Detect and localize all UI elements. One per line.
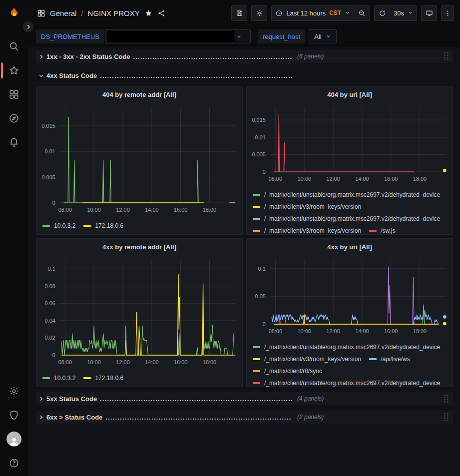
chart-canvas[interactable]: 08:0010:0012:0014:0016:0018:0000.0050.01… [36,101,242,217]
dashboard-row-4xx[interactable]: 4xx Status Code ........................… [36,69,453,82]
sidebar-expand-button[interactable] [22,21,34,32]
breadcrumb-separator: / [81,9,83,17]
svg-text:10:00: 10:00 [297,328,311,334]
svg-text:08:00: 08:00 [58,359,72,365]
favorite-star-button[interactable] [144,9,153,17]
legend-item[interactable]: 172.18.0.6 [83,221,123,231]
series-line [274,315,434,324]
dashboard-row-5xx[interactable]: 5xx Status Code ........................… [36,392,453,405]
svg-text:0.1: 0.1 [48,266,55,272]
panel-404-by-uri: 404 by uri [All] 08:0010:0012:0014:0016:… [246,86,453,235]
dashboard-title[interactable]: NGINX PROXY [88,9,140,17]
app-root: General / NGINX PROXY [0,0,460,476]
variable-value-redacted [107,31,234,42]
sidebar-item-help[interactable] [0,453,28,473]
svg-text:0.015: 0.015 [41,123,55,129]
panel-title[interactable]: 4xx by remote addr [All] [36,239,242,253]
row-panel-count: (4 panels) [297,395,324,402]
star-filled-icon [144,9,153,17]
person-icon [8,436,19,447]
legend-item[interactable]: /api/live/ws [369,354,410,364]
legend-label: /_matrix/client/v3/room_keys/version [264,202,361,212]
svg-text:14:00: 14:00 [145,207,158,213]
svg-text:0.05: 0.05 [255,293,266,299]
chart-canvas[interactable]: 08:0010:0012:0014:0016:0018:0000.020.040… [36,253,242,369]
row-title: 4xx Status Code [46,72,97,79]
legend-item[interactable]: /_matrix/client/v3/room_keys/version [253,226,361,235]
chart-canvas[interactable]: 08:0010:0012:0014:0016:0018:0000.050.1 [247,253,453,338]
sidebar-item-dashboards[interactable] [0,84,28,104]
timezone-label: CST [329,9,341,16]
legend-item[interactable]: 10.0.3.2 [42,221,75,231]
dashboard-settings-button[interactable] [251,5,267,21]
dashboard-row-6xx[interactable]: 6xx > Status Code ......................… [36,411,453,424]
save-dashboard-button[interactable] [231,5,247,21]
legend-item[interactable]: /_matrix/client/unstable/org.matrix.msc2… [253,378,440,387]
time-range-label: Last 12 hours [286,9,326,17]
time-controls: Last 12 hours CST [271,5,370,21]
legend-item[interactable]: /_matrix/client/r0/sync [253,366,322,376]
sidebar-item-settings[interactable] [0,381,28,401]
sidebar-item-starred[interactable] [0,60,28,80]
row-drag-handle[interactable] [443,393,450,404]
dashboards-grid-icon [8,89,19,100]
svg-text:0: 0 [263,321,266,327]
datasource-variable-label[interactable]: DS_PROMETHEUS [36,29,104,43]
help-circle-icon [8,458,19,469]
gear-icon [8,386,19,397]
breadcrumb-section[interactable]: General [50,9,76,17]
legend-item[interactable]: 10.0.3.2 [42,373,75,383]
datasource-variable-dropdown[interactable] [105,29,251,43]
legend-label: /_matrix/client/v3/room_keys/version [264,226,361,235]
legend-item[interactable]: 172.18.0.6 [83,373,123,383]
panel-title[interactable]: 404 by remote addr [All] [36,86,242,101]
legend-label: /_matrix/client/unstable/org.matrix.msc2… [264,378,440,387]
legend-item[interactable]: /_matrix/client/v3/room_keys/version [253,354,361,364]
svg-text:08:00: 08:00 [58,207,72,213]
legend-label: /_matrix/client/unstable/org.matrix.msc2… [264,190,440,200]
svg-text:16:00: 16:00 [384,328,398,334]
sidebar-item-server-admin[interactable] [0,405,28,425]
dashboard-row-1xx-3xx-2xx[interactable]: 1xx - 3xx - 2xx Status Code ............… [36,50,453,63]
legend-item[interactable]: /_matrix/client/unstable/org.matrix.msc2… [253,214,440,224]
sidebar-item-profile[interactable] [0,429,28,449]
legend-item[interactable]: /_matrix/client/unstable/org.matrix.msc2… [253,342,440,352]
legend-item[interactable]: /sw.js [369,226,395,235]
chevron-down-icon [326,33,331,40]
request-host-label[interactable]: request_host [258,29,305,43]
panel-4xx-by-remote-addr: 4xx by remote addr [All] 08:0010:0012:00… [36,238,243,387]
chart-canvas[interactable]: 08:0010:0012:0014:0016:0018:0000.0050.01… [247,101,453,186]
request-host-value: All [314,33,321,40]
panel-title[interactable]: 4xx by uri [All] [247,239,453,253]
row-drag-handle[interactable] [443,412,450,423]
chart-legend: 10.0.3.2172.18.0.6 [36,219,242,231]
refresh-button[interactable] [374,5,390,21]
row-drag-handle[interactable] [443,51,450,62]
refresh-interval-dropdown[interactable]: 30s [390,5,417,21]
shield-icon [8,410,19,421]
svg-text:18:00: 18:00 [203,207,216,213]
time-range-picker[interactable]: Last 12 hours CST [271,5,354,21]
cycle-view-mode-button[interactable] [421,5,437,21]
legend-label: 172.18.0.6 [95,221,123,231]
svg-text:0: 0 [263,169,266,175]
grafana-logo[interactable] [0,4,28,21]
chart-legend: 10.0.3.2172.18.0.6 [36,371,242,383]
share-button[interactable] [157,9,166,17]
sidebar-item-alerting[interactable] [0,132,28,152]
refresh-controls: 30s [374,5,417,21]
legend-item[interactable]: /_matrix/client/v3/room_keys/version [253,202,361,212]
sidebar-item-search[interactable] [0,36,28,56]
dashboard-submenu: DS_PROMETHEUS request_host All [28,26,460,47]
sidebar-item-explore[interactable] [0,108,28,128]
panel-title[interactable]: 404 by uri [All] [247,86,453,101]
request-host-dropdown[interactable]: All [309,29,336,43]
kebab-menu-icon [444,9,452,17]
legend-swatch [42,377,50,379]
svg-text:16:00: 16:00 [174,359,187,365]
row-title: 5xx Status Code [46,395,97,403]
panels-grid: 404 by remote addr [All] 08:0010:0012:00… [36,86,453,387]
zoom-out-time-button[interactable] [354,5,370,21]
legend-item[interactable]: /_matrix/client/unstable/org.matrix.msc2… [253,190,440,200]
more-options-menu[interactable] [441,5,454,21]
